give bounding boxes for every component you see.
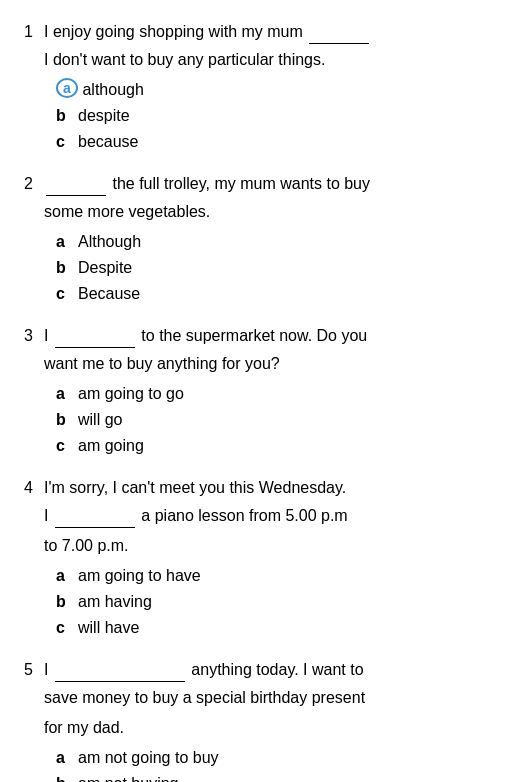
option-c-text: will have	[78, 616, 498, 640]
question-3-line2: want me to buy anything for you?	[24, 352, 498, 376]
option-a-label: a	[56, 382, 78, 406]
option-c-text: am going	[78, 434, 498, 458]
option-b-label: b	[56, 772, 78, 782]
question-1-option-b: b despite	[56, 104, 498, 128]
question-1-number: 1	[24, 20, 44, 44]
question-2: 2 the full trolley, my mum wants to buy …	[24, 172, 498, 306]
question-2-option-a: a Although	[56, 230, 498, 254]
question-5-option-a: a am not going to buy	[56, 746, 498, 770]
blank-4	[55, 512, 135, 528]
question-2-option-b: b Despite	[56, 256, 498, 280]
question-4-options: a am going to have b am having c will ha…	[24, 564, 498, 640]
question-3-line: 3 I to the supermarket now. Do you	[24, 324, 498, 348]
blank-1	[309, 28, 369, 44]
option-a-label: a	[56, 746, 78, 770]
option-b-text: despite	[78, 104, 498, 128]
question-4-option-a: a am going to have	[56, 564, 498, 588]
question-1-line2: I don't want to buy any particular thing…	[24, 48, 498, 72]
question-2-option-c: c Because	[56, 282, 498, 306]
option-c-label: c	[56, 130, 78, 154]
question-4-text1: I'm sorry, I can't meet you this Wednesd…	[44, 476, 498, 500]
question-5: 5 I anything today. I want to save money…	[24, 658, 498, 782]
question-3-options: a am going to go b will go c am going	[24, 382, 498, 458]
question-1-text: I enjoy going shopping with my mum	[44, 20, 498, 44]
question-3-option-c: c am going	[56, 434, 498, 458]
option-a-text: Although	[78, 230, 498, 254]
question-2-line2: some more vegetables.	[24, 200, 498, 224]
option-b-text: am having	[78, 590, 498, 614]
option-a-label: a	[56, 230, 78, 254]
option-a-text: although	[78, 78, 498, 102]
option-b-label: b	[56, 408, 78, 432]
option-c-text: Because	[78, 282, 498, 306]
question-3-option-a: a am going to go	[56, 382, 498, 406]
question-5-option-b: b am not buying	[56, 772, 498, 782]
question-1-options: a although b despite c because	[24, 78, 498, 154]
question-4-number: 4	[24, 476, 44, 500]
question-2-text: the full trolley, my mum wants to buy	[44, 172, 498, 196]
question-4-option-b: b am having	[56, 590, 498, 614]
question-3-option-b: b will go	[56, 408, 498, 432]
question-1: 1 I enjoy going shopping with my mum I d…	[24, 20, 498, 154]
question-5-line2: save money to buy a special birthday pre…	[24, 686, 498, 710]
question-3-text: I to the supermarket now. Do you	[44, 324, 498, 348]
question-3-number: 3	[24, 324, 44, 348]
option-b-text: am not buying	[78, 772, 498, 782]
question-4-line2: I a piano lesson from 5.00 p.m	[24, 504, 498, 528]
question-2-number: 2	[24, 172, 44, 196]
question-1-option-c: c because	[56, 130, 498, 154]
blank-5	[55, 666, 185, 682]
question-5-options: a am not going to buy b am not buying c …	[24, 746, 498, 782]
question-4-line1: 4 I'm sorry, I can't meet you this Wedne…	[24, 476, 498, 500]
question-3: 3 I to the supermarket now. Do you want …	[24, 324, 498, 458]
question-1-option-a: a although	[56, 78, 498, 102]
question-5-number: 5	[24, 658, 44, 682]
option-b-label: b	[56, 104, 78, 128]
option-a-text: am going to go	[78, 382, 498, 406]
question-4: 4 I'm sorry, I can't meet you this Wedne…	[24, 476, 498, 640]
question-5-line1: 5 I anything today. I want to	[24, 658, 498, 682]
blank-3	[55, 332, 135, 348]
option-a-label-circled: a	[56, 78, 78, 98]
option-c-label: c	[56, 434, 78, 458]
question-4-line3: to 7.00 p.m.	[24, 534, 498, 558]
option-a-text: am going to have	[78, 564, 498, 588]
question-2-options: a Although b Despite c Because	[24, 230, 498, 306]
option-c-label: c	[56, 616, 78, 640]
question-4-option-c: c will have	[56, 616, 498, 640]
option-c-label: c	[56, 282, 78, 306]
option-b-text: Despite	[78, 256, 498, 280]
option-b-text: will go	[78, 408, 498, 432]
option-c-text: because	[78, 130, 498, 154]
question-5-line3: for my dad.	[24, 716, 498, 740]
question-5-text1: I anything today. I want to	[44, 658, 498, 682]
question-2-line: 2 the full trolley, my mum wants to buy	[24, 172, 498, 196]
question-1-line: 1 I enjoy going shopping with my mum	[24, 20, 498, 44]
option-a-text: am not going to buy	[78, 746, 498, 770]
option-b-label: b	[56, 256, 78, 280]
option-b-label: b	[56, 590, 78, 614]
option-a-label: a	[56, 564, 78, 588]
blank-2	[46, 180, 106, 196]
